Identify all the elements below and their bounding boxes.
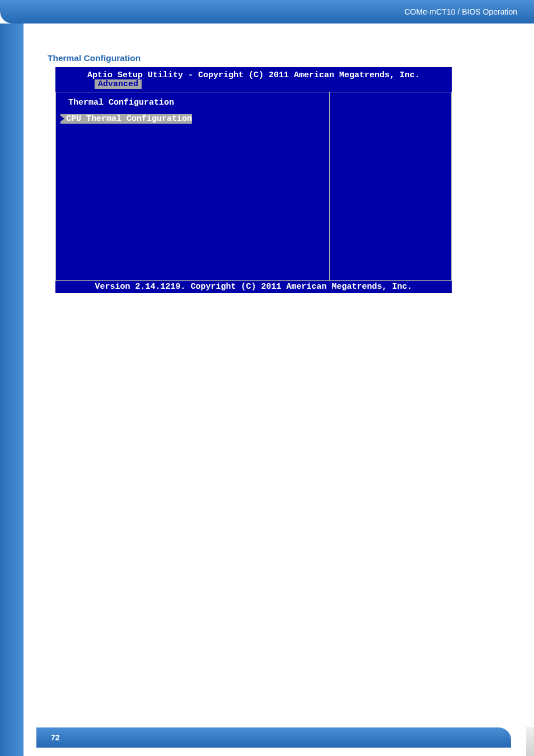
bios-key-hint: ><: Select Screen — [335, 189, 447, 199]
bios-help-text: CPU Thermal Configuration options — [335, 98, 447, 117]
bios-key-hint: F4: Save & Exit — [335, 256, 447, 265]
page-footer: 72 — [36, 727, 511, 748]
bios-key-hint: ↑↓: Select Item — [335, 199, 447, 208]
page-header: COMe-mCT10 / BIOS Operation — [0, 0, 534, 24]
bios-screen: Aptio Setup Utility - Copyright (C) 2011… — [55, 67, 452, 293]
bios-tab-advanced[interactable]: Advanced — [95, 79, 142, 89]
bios-menu-label: CPU Thermal Configuration — [66, 114, 192, 124]
bios-footer: Version 2.14.1219. Copyright (C) 2011 Am… — [55, 281, 452, 293]
bios-menu-item-cpu-thermal[interactable]: CPU Thermal Configuration — [60, 114, 325, 124]
bios-section-heading: Thermal Configuration — [60, 98, 325, 107]
bios-right-panel: CPU Thermal Configuration options ><: Se… — [330, 92, 452, 281]
bios-key-hint: F2: Previous Values — [335, 237, 447, 246]
section-title: Thermal Configuration — [48, 53, 140, 63]
page-shadow — [526, 727, 534, 756]
bios-help-line: Configuration options — [335, 107, 447, 117]
chevron-right-icon — [60, 116, 64, 121]
bios-title: Aptio Setup Utility - Copyright (C) 2011… — [55, 67, 452, 80]
bios-key-hint: +/-: Change Opt. — [335, 218, 447, 227]
page-number: 72 — [51, 733, 60, 742]
bios-left-panel: Thermal Configuration CPU Thermal Config… — [55, 92, 330, 281]
bios-body: Thermal Configuration CPU Thermal Config… — [55, 92, 452, 281]
bios-tab-row: Advanced — [55, 79, 452, 89]
bios-key-hint: ESC: Exit — [335, 265, 447, 275]
bios-key-hint: F3: Optimized Defaults — [335, 246, 447, 256]
breadcrumb: COMe-mCT10 / BIOS Operation — [404, 7, 517, 16]
bios-key-hint: Enter: Select — [335, 208, 447, 218]
chevron-right-icon — [60, 125, 64, 131]
bios-key-hints: ><: Select Screen ↑↓: Select Item Enter:… — [335, 189, 447, 275]
bios-menu-item-platform-thermal[interactable]: Platform Thermal Configuration — [60, 124, 325, 133]
bios-menu-label: Platform Thermal Configuration — [66, 124, 217, 133]
bios-help-line: CPU Thermal — [335, 98, 447, 107]
bios-key-hint: F1: General Help — [335, 227, 447, 237]
bios-top-bar: Aptio Setup Utility - Copyright (C) 2011… — [55, 67, 452, 92]
left-margin-bar — [0, 24, 24, 756]
